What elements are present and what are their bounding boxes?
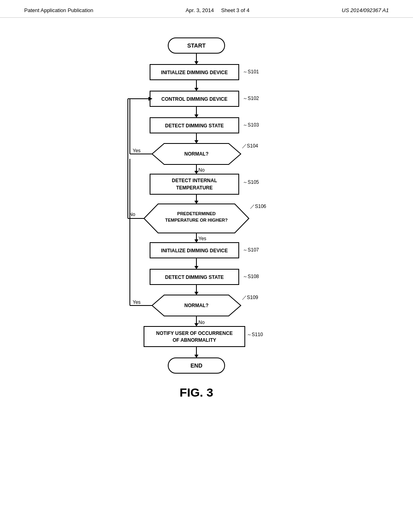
svg-marker-24 <box>194 239 198 243</box>
page-header: Patent Application Publication Apr. 3, 2… <box>0 0 413 18</box>
svg-marker-8 <box>194 114 198 118</box>
no-s109-label: No <box>198 320 205 325</box>
s105-label-1: DETECT INTERNAL <box>172 178 217 183</box>
s106-step: ／S106 <box>250 204 266 209</box>
s105-step: ～S105 <box>243 179 259 185</box>
s110-step: ～S110 <box>247 332 263 337</box>
flowchart-svg: START INITIALIZE DIMMING DEVICE ～S101 CO… <box>65 30 348 505</box>
no-s104-label: No <box>198 167 205 173</box>
s105-label-2: TEMPERATURE <box>176 185 213 191</box>
s102-step: ～S102 <box>243 96 259 101</box>
svg-marker-21 <box>194 201 198 204</box>
s109-label: NORMAL? <box>184 303 209 308</box>
s104-step: ／S104 <box>242 143 258 149</box>
header-left: Patent Application Publication <box>24 7 93 13</box>
s103-label: DETECT DIMMING STATE <box>165 123 224 129</box>
s104-label: NORMAL? <box>184 151 209 157</box>
svg-marker-5 <box>194 88 198 91</box>
svg-marker-18 <box>194 171 198 174</box>
svg-marker-38 <box>194 323 198 326</box>
header-sheet: Sheet 3 of 4 <box>221 7 249 13</box>
svg-marker-41 <box>194 355 198 358</box>
main-content: START INITIALIZE DIMMING DEVICE ～S101 CO… <box>0 18 413 522</box>
s101-step: ～S101 <box>243 69 259 75</box>
svg-rect-39 <box>144 326 245 347</box>
s101-label: INITIALIZE DIMMING DEVICE <box>161 70 227 75</box>
svg-marker-33 <box>194 292 198 295</box>
svg-marker-30 <box>194 266 198 269</box>
fig-caption: FIG. 3 <box>179 386 213 399</box>
header-right: US 2014/092367 A1 <box>342 7 389 13</box>
s107-step: ～S107 <box>243 247 259 253</box>
end-label: END <box>190 362 202 369</box>
yes-s104-label: Yes <box>133 148 141 154</box>
s110-label-1: NOTIFY USER OF OCCURRENCE <box>156 330 233 336</box>
svg-rect-19 <box>150 174 239 194</box>
header-center: Apr. 3, 2014 Sheet 3 of 4 <box>186 7 249 13</box>
start-label: START <box>187 42 206 49</box>
s110-label-2: OF ABNORMALITY <box>173 337 216 343</box>
yes-s109-label: Yes <box>133 299 141 305</box>
svg-marker-2 <box>194 61 198 64</box>
s106-label-1: PREDETERMINED <box>177 211 215 216</box>
s102-label: CONTROL DIMMING DEVICE <box>161 96 227 102</box>
s103-step: ～S103 <box>243 122 259 128</box>
s108-label: DETECT DIMMING STATE <box>165 274 224 280</box>
s108-step: ～S108 <box>243 274 259 279</box>
s106-label-2: TEMPERATURE OR HIGHER? <box>165 218 227 222</box>
s107-label: INITIALIZE DIMMING DEVICE <box>161 248 227 254</box>
header-date: Apr. 3, 2014 <box>186 7 214 13</box>
svg-marker-11 <box>194 140 198 143</box>
yes-s106-label: Yes <box>198 236 206 241</box>
s109-step: ／S109 <box>242 295 258 300</box>
